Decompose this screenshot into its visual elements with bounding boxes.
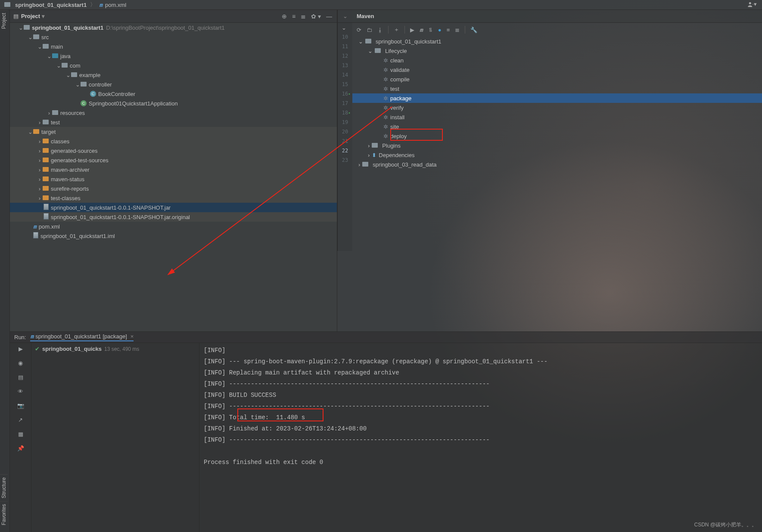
maven-other-project[interactable]: springboot_03_read_data bbox=[373, 161, 436, 168]
gear-icon: ✲ bbox=[383, 67, 388, 73]
line-number[interactable]: 10 bbox=[338, 32, 352, 42]
tree-main[interactable]: main bbox=[51, 43, 63, 50]
breadcrumb-project[interactable]: springboot_01_quickstart1 bbox=[15, 2, 87, 8]
tree-controller[interactable]: controller bbox=[89, 81, 112, 88]
line-number[interactable]: 22 bbox=[338, 146, 352, 155]
project-tool-tab[interactable]: Project bbox=[0, 10, 8, 31]
success-check-icon: ✔ bbox=[35, 346, 40, 352]
maven-phase-install[interactable]: install bbox=[390, 114, 404, 121]
pin-icon[interactable]: 📌 bbox=[17, 445, 24, 452]
gear-icon: ✲ bbox=[383, 114, 388, 121]
line-number[interactable]: 14 bbox=[338, 70, 352, 80]
tree-item[interactable]: test-classes bbox=[51, 195, 81, 201]
tree-src[interactable]: src bbox=[41, 34, 49, 40]
line-number[interactable]: 23 bbox=[338, 155, 352, 165]
tree-app-class[interactable]: Springboot01Quickstart1Application bbox=[89, 100, 178, 107]
tree-bookcontroller[interactable]: BookController bbox=[98, 91, 135, 97]
line-number[interactable]: 12 bbox=[338, 51, 352, 61]
tree-jar[interactable]: springboot_01_quickstart1-0.0.1-SNAPSHOT… bbox=[51, 204, 171, 211]
expand-all-icon[interactable]: ≡ bbox=[291, 13, 297, 20]
tree-java[interactable]: java bbox=[60, 53, 71, 59]
add-icon[interactable]: ＋ bbox=[394, 26, 399, 34]
line-number[interactable]: 15 bbox=[338, 80, 352, 89]
maven-phase-verify[interactable]: verify bbox=[390, 105, 404, 111]
gear-icon: ✲ bbox=[383, 95, 388, 102]
maven-pane-title: Maven bbox=[352, 10, 762, 23]
collapse-all-icon[interactable]: ≣ bbox=[299, 13, 307, 20]
maven-phase-clean[interactable]: clean bbox=[390, 57, 404, 64]
stop-icon[interactable]: ◉ bbox=[18, 360, 23, 366]
tree-target[interactable]: target bbox=[41, 129, 56, 135]
tree-item[interactable]: maven-archiver bbox=[51, 167, 90, 173]
line-number[interactable]: 19 bbox=[338, 118, 352, 127]
maven-root[interactable]: springboot_01_quickstart1 bbox=[376, 38, 442, 45]
console-output[interactable]: [INFO] [INFO] --- spring-boot-maven-plug… bbox=[199, 343, 762, 532]
line-number[interactable]: 17 bbox=[338, 99, 352, 108]
structure-tool-tab[interactable]: Structure bbox=[0, 474, 8, 501]
collapse-icon[interactable]: ≡ bbox=[447, 27, 450, 33]
line-number[interactable]: 11 bbox=[338, 42, 352, 51]
rerun-icon[interactable]: ▶ bbox=[19, 346, 23, 352]
tree-root[interactable]: springboot_01_quickstart1 bbox=[32, 25, 103, 31]
user-menu-icon[interactable]: ▾ bbox=[747, 1, 757, 8]
project-pane-title[interactable]: Project bbox=[21, 13, 40, 19]
editor-nav-icon[interactable]: ⌄ bbox=[338, 23, 350, 32]
line-number[interactable]: 16 bbox=[338, 89, 352, 99]
breadcrumb-file[interactable]: pom.xml bbox=[105, 2, 126, 8]
maven-phase-test[interactable]: test bbox=[390, 86, 399, 92]
tree-item[interactable]: generated-test-sources bbox=[51, 157, 109, 164]
tree-example[interactable]: example bbox=[79, 72, 100, 78]
line-number[interactable]: 21 bbox=[338, 136, 352, 146]
project-tree[interactable]: ⌄springboot_01_quickstart1D:\springBootP… bbox=[10, 23, 337, 331]
tree-item[interactable]: classes bbox=[51, 138, 69, 145]
run-task-name[interactable]: springboot_01_quicks bbox=[42, 346, 102, 352]
run-status-panel: ✔ springboot_01_quicks 13 sec, 490 ms bbox=[31, 343, 199, 532]
maven-phase-validate[interactable]: validate bbox=[390, 67, 410, 73]
hide-icon[interactable]: — bbox=[325, 13, 333, 20]
settings-icon[interactable]: ✿ ▾ bbox=[310, 13, 322, 20]
screenshot-icon[interactable]: 📷 bbox=[17, 402, 24, 409]
maven-plugins[interactable]: Plugins bbox=[382, 142, 401, 149]
expand-icon[interactable]: ≣ bbox=[455, 27, 460, 33]
maven-settings-icon[interactable]: 🔧 bbox=[470, 27, 477, 33]
run-tab[interactable]: m springboot_01_quickstart1 [package] × bbox=[30, 333, 134, 341]
export-icon[interactable]: ↗ bbox=[18, 417, 23, 423]
execute-maven-icon[interactable]: m bbox=[420, 27, 423, 33]
run-label: Run: bbox=[14, 334, 26, 340]
svg-point-0 bbox=[749, 2, 751, 4]
line-number[interactable]: 18 bbox=[338, 108, 352, 118]
tree-item[interactable]: generated-sources bbox=[51, 148, 97, 154]
maven-lifecycle[interactable]: Lifecycle bbox=[385, 48, 407, 54]
tree-item[interactable]: surefire-reports bbox=[51, 186, 89, 192]
maven-run-icon: m bbox=[30, 333, 34, 340]
download-icon[interactable]: ⭳ bbox=[377, 27, 383, 33]
maven-deps[interactable]: Dependencies bbox=[379, 152, 414, 158]
filter-icon[interactable]: ▤ bbox=[18, 374, 23, 380]
gear-icon: ✲ bbox=[383, 86, 388, 92]
tree-pom[interactable]: pom.xml bbox=[39, 223, 60, 230]
favorites-tool-tab[interactable]: Favorites bbox=[0, 501, 8, 528]
tree-jar-original[interactable]: springboot_01_quickstart1-0.0.1-SNAPSHOT… bbox=[51, 214, 190, 220]
toggle-skip-tests-icon[interactable]: ⥮ bbox=[428, 27, 433, 33]
locate-icon[interactable]: ⊕ bbox=[280, 13, 288, 20]
show-deps-icon[interactable]: ● bbox=[438, 27, 442, 33]
tree-test[interactable]: test bbox=[51, 119, 60, 126]
generate-sources-icon[interactable]: 🗀 bbox=[367, 27, 372, 33]
chevron-down-icon[interactable]: ▾ bbox=[42, 13, 45, 19]
line-number[interactable]: 13 bbox=[338, 61, 352, 70]
watermark: CSDN @碳烤小肥羊。。。 bbox=[694, 521, 757, 529]
tree-iml[interactable]: springboot_01_quickstart1.iml bbox=[40, 233, 115, 239]
close-tab-icon[interactable]: × bbox=[131, 333, 134, 340]
tree-resources[interactable]: resources bbox=[60, 110, 85, 116]
maven-phase-compile[interactable]: compile bbox=[390, 76, 410, 83]
maven-tree[interactable]: ⌄springboot_01_quickstart1 ⌄Lifecycle ✲c… bbox=[352, 37, 762, 169]
tree-com[interactable]: com bbox=[70, 62, 81, 69]
reload-icon[interactable]: ⟳ bbox=[357, 27, 361, 33]
line-number[interactable]: 20 bbox=[338, 127, 352, 136]
gutter-collapse-icon[interactable]: ⌄ bbox=[343, 13, 348, 19]
layout-icon[interactable]: ▦ bbox=[18, 431, 23, 437]
show-icon[interactable]: 👁 bbox=[18, 388, 23, 395]
maven-phase-package[interactable]: package bbox=[390, 95, 411, 102]
run-icon[interactable]: ▶ bbox=[410, 27, 414, 33]
tree-item[interactable]: maven-status bbox=[51, 176, 84, 182]
